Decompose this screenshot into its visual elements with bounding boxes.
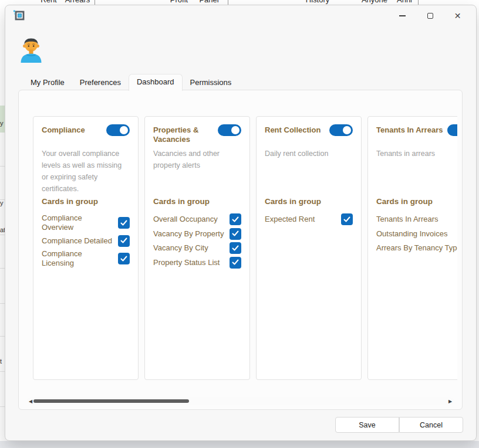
- dashboard-panel: Compliance Your overall compliance level…: [18, 90, 463, 410]
- toggle-rent-collection-group[interactable]: [329, 124, 353, 136]
- checkbox-compliance-detailed[interactable]: [118, 235, 130, 247]
- card-group-properties-vacancies: Properties & Vacancies Vacancies and oth…: [144, 116, 250, 380]
- background-window-left: y y at t: [0, 5, 5, 441]
- list-item: Compliance Overview: [42, 213, 130, 232]
- cancel-button[interactable]: Cancel: [399, 417, 463, 433]
- background-strip-bottom: [0, 441, 479, 448]
- group-description: Vacancies and other property alerts: [153, 148, 241, 171]
- minimize-icon: [399, 15, 406, 16]
- app-logo-icon: [13, 9, 26, 22]
- background-row-highlight: [0, 106, 5, 133]
- close-icon: ✕: [454, 12, 461, 20]
- tab-preferences[interactable]: Preferences: [72, 75, 129, 90]
- cards-in-group-header: Cards in group: [376, 197, 457, 206]
- card-group-rent-collection: Rent Collection Daily rent collection Ca…: [256, 116, 362, 380]
- tab-dashboard[interactable]: Dashboard: [129, 74, 183, 91]
- list-item: Compliance Detailed: [42, 235, 130, 247]
- checkbox-overall-occupancy[interactable]: [230, 213, 241, 225]
- group-title: Tenants In Arrears: [376, 124, 443, 135]
- card-group-tenants-in-arrears: Tenants In Arrears Tenants in arrears Ca…: [367, 116, 457, 380]
- group-description: Your overall compliance levels as well a…: [42, 148, 130, 195]
- screen: Rent Arrears Profit Panel History Anyone…: [0, 0, 479, 448]
- list-item: Property Status List: [153, 257, 241, 269]
- window-controls: ✕: [389, 5, 471, 26]
- background-text: Panel: [199, 0, 218, 4]
- scrollbar-thumb[interactable]: [33, 399, 189, 403]
- background-text: t: [0, 358, 2, 365]
- card-groups-viewport: Compliance Your overall compliance level…: [33, 116, 457, 382]
- group-title: Properties & Vacancies: [153, 124, 213, 144]
- tab-permissions[interactable]: Permissions: [183, 75, 240, 90]
- toggle-tenants-arrears-group[interactable]: [447, 124, 457, 136]
- checkbox-vacancy-by-city[interactable]: [230, 242, 241, 254]
- titlebar: ✕: [5, 5, 476, 28]
- background-text: Profit: [170, 0, 188, 4]
- maximize-button[interactable]: [416, 5, 444, 26]
- tab-bar: My Profile Preferences Dashboard Permiss…: [23, 74, 239, 90]
- toggle-compliance-group[interactable]: [106, 124, 130, 136]
- divider: [418, 0, 419, 5]
- background-text: Anyone: [362, 0, 387, 4]
- background-window-top: Rent Arrears Profit Panel History Anyone…: [0, 0, 479, 5]
- checkbox-compliance-overview[interactable]: [118, 217, 130, 229]
- divider: [95, 0, 95, 5]
- list-item: Expected Rent: [265, 213, 353, 225]
- close-button[interactable]: ✕: [444, 5, 471, 26]
- toggle-properties-group[interactable]: [218, 124, 241, 136]
- background-text: History: [306, 0, 329, 4]
- background-text: Rent: [41, 0, 56, 4]
- user-avatar: [17, 35, 45, 63]
- list-item: Vacancy By City: [153, 242, 241, 254]
- list-item: Arrears By Tenancy Type: [376, 242, 457, 254]
- cards-in-group-header: Cards in group: [42, 197, 130, 206]
- group-title: Rent Collection: [265, 124, 321, 135]
- list-item: Compliance Licensing: [42, 249, 130, 268]
- background-text: y: [0, 199, 4, 206]
- list-item: Overall Occupancy: [153, 213, 241, 225]
- tab-my-profile[interactable]: My Profile: [23, 75, 72, 90]
- list-item: Tenants In Arrears: [376, 213, 457, 225]
- checkbox-property-status-list[interactable]: [230, 257, 241, 269]
- list-item: Vacancy By Property: [153, 228, 241, 240]
- group-description: Tenants in arrears: [376, 148, 457, 159]
- checkbox-vacancy-by-property[interactable]: [230, 228, 241, 240]
- card-groups-track: Compliance Your overall compliance level…: [33, 116, 457, 380]
- list-item: Outstanding Invoices: [376, 228, 457, 240]
- checkbox-expected-rent[interactable]: [341, 213, 353, 225]
- card-group-compliance: Compliance Your overall compliance level…: [33, 116, 139, 380]
- background-text: y: [0, 120, 4, 127]
- background-text: Anni: [397, 0, 412, 4]
- scroll-right-icon[interactable]: ▶: [447, 397, 454, 405]
- group-title: Compliance: [42, 124, 85, 135]
- divider: [228, 0, 228, 5]
- cards-in-group-header: Cards in group: [153, 197, 241, 206]
- group-description: Daily rent collection: [265, 148, 353, 159]
- background-text: at: [0, 226, 5, 233]
- save-button[interactable]: Save: [335, 417, 399, 433]
- minimize-button[interactable]: [389, 5, 416, 26]
- profile-dialog: ✕ My Profile Preferences Dashboard: [5, 5, 477, 441]
- checkbox-compliance-licensing[interactable]: [118, 253, 130, 264]
- maximize-icon: [427, 13, 433, 19]
- background-text: Arrears: [65, 0, 90, 4]
- horizontal-scrollbar[interactable]: ◀ ▶: [27, 397, 454, 405]
- cards-in-group-header: Cards in group: [265, 197, 353, 206]
